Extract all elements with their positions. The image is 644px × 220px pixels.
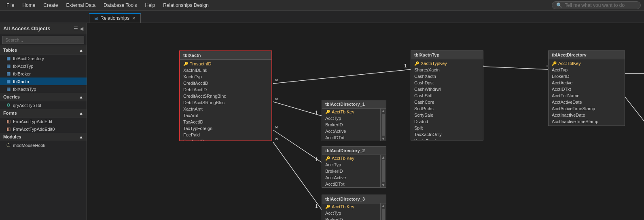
sidebar: All Access Objects ☰ ◀ Tables ▲ ▦ tblAcc…	[0, 23, 87, 220]
rel-table-tblxactn-body: 🔑TrnsactnID XactnIDLink XactnTyp CreditA…	[180, 60, 271, 140]
section-modules-items: ⬡ modMouseHook	[0, 141, 87, 149]
scrollbar-thumb[interactable]	[382, 209, 385, 220]
main-layout: All Access Objects ☰ ◀ Tables ▲ ▦ tblAcc…	[0, 23, 644, 220]
scrollbar-down-arrow[interactable]: ▼	[381, 183, 386, 187]
sidebar-item-tblbroker[interactable]: ▦ tblBroker	[0, 70, 87, 78]
rel-field: 🔑AcctTblKey	[322, 155, 380, 161]
table-icon: ▦	[6, 86, 11, 92]
rel-field: AcctTyp	[322, 115, 380, 122]
form-icon: ◧	[6, 119, 11, 124]
search-input[interactable]	[565, 2, 629, 8]
sidebar-item-qryaccttyp[interactable]: ⚙ qryAcctTypTbl	[0, 101, 87, 109]
rel-field: AcctTyp	[549, 67, 625, 73]
section-queries-header[interactable]: Queries ▲	[0, 93, 87, 101]
sidebar-title: All Access Objects	[3, 25, 51, 31]
section-tables-toggle[interactable]: ▲	[79, 48, 83, 52]
rel-table-tblacctdirectory1-header: tblAcctDirectory_1	[322, 100, 386, 109]
rel-field: 🔑TrnsactnID	[180, 61, 271, 67]
rel-field: ScrtPrchs	[411, 105, 483, 112]
rel-field: Divdnd	[411, 118, 483, 125]
rel-table-tblacctdirectory2[interactable]: tblAcctDirectory_2 🔑AcctTblKey AcctTyp B…	[322, 146, 386, 188]
rel-table-tblacctdirectory1[interactable]: tblAcctDirectory_1 🔑AcctTblKey AcctTyp B…	[322, 100, 386, 141]
sidebar-item-tblacctdirectory[interactable]: ▦ tblAcctDirectory	[0, 54, 87, 62]
section-tables-items: ▦ tblAcctDirectory ▦ tblAcctTyp ▦ tblBro…	[0, 54, 87, 93]
sidebar-item-label: tblXactnTyp	[13, 87, 36, 92]
menu-create[interactable]: Create	[40, 1, 61, 9]
sidebar-search-input[interactable]	[2, 36, 84, 44]
sidebar-item-tblaccttyp[interactable]: ▦ tblAcctTyp	[0, 62, 87, 70]
sidebar-item-label: tblBroker	[13, 71, 31, 76]
section-forms-label: Forms	[3, 111, 17, 115]
section-modules-label: Modules	[3, 134, 21, 139]
key-icon: 🔑	[325, 110, 330, 114]
svg-text:∞: ∞	[275, 136, 278, 141]
table-icon: ▦	[6, 63, 11, 69]
section-modules-header[interactable]: Modules ▲	[0, 133, 87, 141]
scrollbar-down-arrow[interactable]: ▼	[381, 136, 386, 141]
rel-field: Split	[411, 125, 483, 131]
table-icon: ▦	[6, 56, 11, 61]
scrollbar-up-arrow[interactable]: ▲	[381, 109, 386, 113]
query-icon: ⚙	[6, 103, 11, 108]
rel-table-tblxactntyp[interactable]: tblXactnTyp 🔑XactnTypKey SharesXactn Cas…	[411, 50, 483, 140]
rel-field: AcctTyp	[322, 210, 380, 216]
rel-table-tblacctdirectory2-header: tblAcctDirectory_2	[322, 147, 386, 155]
sidebar-item-tblxactntyp[interactable]: ▦ tblXactnTyp	[0, 85, 87, 93]
svg-line-2	[273, 130, 322, 162]
rel-table-tblacctdirectory[interactable]: tblAcctDirectory 🔑AcctTblKey AcctTyp Bro…	[548, 50, 625, 126]
rel-field: BrokerID	[322, 216, 380, 220]
rel-table-tblxactn[interactable]: tblXactn 🔑TrnsactnID XactnIDLink XactnTy…	[179, 50, 272, 141]
menu-external-data[interactable]: External Data	[63, 1, 99, 9]
sidebar-item-label: tblAcctDirectory	[13, 56, 44, 61]
section-modules-toggle[interactable]: ▲	[79, 134, 83, 139]
menu-home[interactable]: Home	[19, 1, 38, 9]
rel-field: ScrtySale	[411, 112, 483, 118]
rel-field: AcctActiveDate	[549, 99, 625, 105]
sidebar-menu-icon[interactable]: ☰	[74, 26, 78, 31]
svg-line-3	[273, 142, 322, 210]
section-forms-header[interactable]: Forms ▲	[0, 109, 87, 117]
section-queries-items: ⚙ qryAcctTypTbl	[0, 101, 87, 109]
sidebar-item-label: tblAcctTyp	[13, 64, 34, 69]
key-icon: 🔑	[325, 205, 330, 209]
sidebar-item-frmaccttyp1[interactable]: ◧ FrmAcctTypAddEdit	[0, 117, 87, 125]
menu-bar: File Home Create External Data Database …	[0, 0, 644, 11]
tab-relationships[interactable]: ⊞ Relationships ✕	[89, 13, 141, 23]
sidebar-collapse-icon[interactable]: ◀	[80, 26, 83, 31]
section-forms-toggle[interactable]: ▲	[79, 111, 83, 115]
rel-field: FeePaid	[180, 132, 271, 138]
rel-table-tblacctdirectory3-header: tblAcctDirectory_3	[322, 195, 386, 203]
sidebar-item-tblxactn[interactable]: ▦ tblXactn	[0, 78, 87, 85]
rel-field: TaxXactnOnly	[411, 131, 483, 138]
sidebar-search-area[interactable]	[0, 34, 87, 46]
sidebar-item-frmaccttyp2[interactable]: ◧ FrmAcctTypAddEdit0	[0, 125, 87, 133]
rel-field: DebitAcctSRnngBlnc	[180, 99, 271, 106]
key-icon: 🔑	[414, 61, 419, 66]
rel-field: TaxAmt	[180, 112, 271, 119]
relationships-tab-icon: ⊞	[94, 16, 98, 21]
relationships-canvas[interactable]: ∞ 1 ∞ 1 ∞ 1 ∞ 1 1 ∞ ∞ 1 ∞ 1 tblXactn 🔑Tr…	[87, 23, 644, 220]
menu-database-tools[interactable]: Database Tools	[100, 1, 140, 9]
scrollbar-up-arrow[interactable]: ▲	[381, 155, 386, 159]
rel-table-tblacctdirectory3[interactable]: tblAcctDirectory_3 🔑AcctTblKey AcctTyp B…	[322, 195, 386, 220]
menu-help[interactable]: Help	[142, 1, 159, 9]
sidebar-item-modmousehook[interactable]: ⬡ modMouseHook	[0, 141, 87, 149]
rel-field: XactnRvrsl	[411, 138, 483, 140]
scrollbar-thumb[interactable]	[382, 114, 385, 136]
section-tables-header[interactable]: Tables ▲	[0, 46, 87, 54]
sidebar-header-controls[interactable]: ☰ ◀	[74, 26, 83, 31]
rel-field: CreditAcctSRnngBlnc	[180, 93, 271, 99]
scrollbar-up-arrow[interactable]: ▲	[381, 203, 386, 208]
menu-file[interactable]: File	[3, 1, 17, 9]
rel-field: BrokerID	[322, 122, 380, 128]
tab-relationships-label: Relationships	[100, 15, 129, 21]
tab-close-button[interactable]: ✕	[132, 16, 136, 21]
svg-line-0	[273, 69, 411, 84]
global-search[interactable]: 🔍	[552, 1, 641, 9]
scrollbar-thumb[interactable]	[382, 160, 385, 182]
rel-field: CashDpst	[411, 80, 483, 86]
menu-relationships-design[interactable]: Relationships Design	[160, 1, 212, 9]
section-forms-items: ◧ FrmAcctTypAddEdit ◧ FrmAcctTypAddEdit0	[0, 117, 87, 133]
section-queries-toggle[interactable]: ▲	[79, 94, 83, 99]
rel-field: AcctActiveTimeStamp	[549, 105, 625, 112]
